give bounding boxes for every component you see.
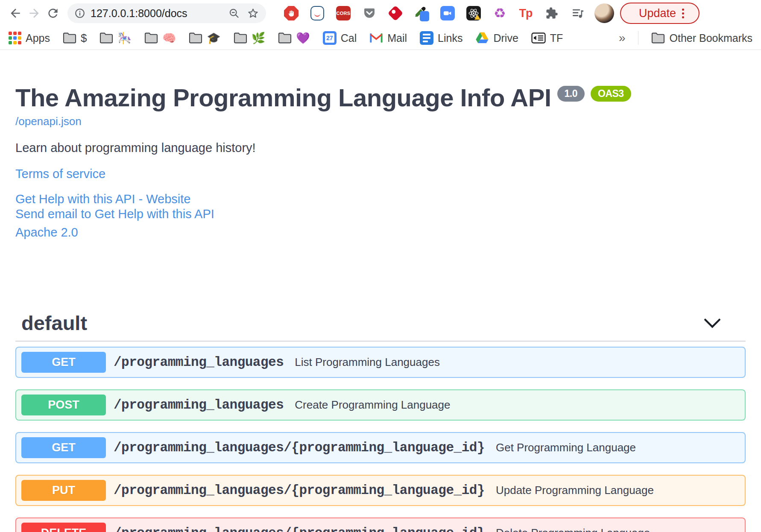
reload-icon	[46, 6, 60, 20]
folder-icon	[63, 32, 76, 44]
endpoint-summary: Update Programming Language	[496, 484, 654, 497]
license-link[interactable]: Apache 2.0	[15, 225, 746, 240]
method-badge: DELETE	[21, 523, 106, 532]
recycle-icon[interactable]: ♻	[492, 5, 508, 21]
api-description: Learn about programming language history…	[15, 141, 746, 155]
page-info-icon[interactable]	[74, 8, 85, 19]
tf-label: TF	[550, 32, 563, 44]
bookmark-drive[interactable]: Drive	[475, 32, 518, 44]
update-label: Update	[639, 7, 676, 20]
gmail-icon	[369, 32, 383, 44]
zoom-out-icon[interactable]	[228, 8, 240, 19]
folder-label: 🎠	[117, 32, 131, 44]
cal-label: Cal	[341, 32, 357, 44]
folder-icon	[234, 32, 247, 44]
endpoint-path: /programming_languages	[114, 398, 284, 412]
endpoint-row[interactable]: GET /programming_languages List Programm…	[15, 347, 746, 378]
folder-icon	[651, 32, 665, 44]
refactor-diamond-icon[interactable]	[387, 5, 404, 21]
puzzle-extensions-icon[interactable]	[544, 5, 560, 21]
adblock-icon[interactable]	[283, 5, 299, 21]
endpoint-summary: Delete Programming Language	[496, 526, 650, 532]
endpoint-row[interactable]: DELETE /programming_languages/{programmi…	[15, 517, 746, 532]
bookmarks-overflow-chevron[interactable]: »	[619, 31, 626, 45]
links-label: Links	[438, 32, 462, 44]
bookmark-folder[interactable]: 🎓	[189, 32, 220, 44]
endpoint-path: /programming_languages/{programming_lang…	[114, 483, 485, 498]
tampermonkey-tp-icon[interactable]: Tp	[518, 5, 534, 21]
endpoint-path: /programming_languages/{programming_lang…	[114, 440, 485, 455]
endpoint-summary: Create Programming Language	[295, 398, 450, 412]
endpoint-path: /programming_languages	[114, 355, 284, 370]
extensions-row: CORS	[283, 5, 586, 21]
endpoint-list: GET /programming_languages List Programm…	[15, 347, 746, 532]
cors-icon[interactable]: CORS	[335, 5, 351, 21]
back-button[interactable]	[6, 4, 25, 23]
endpoint-summary: List Programming Languages	[295, 356, 440, 369]
other-bookmarks-label: Other Bookmarks	[669, 32, 752, 44]
contact-website-link[interactable]: Get Help with this API - Website	[15, 191, 746, 207]
endpoint-row[interactable]: GET /programming_languages/{programming_…	[15, 432, 746, 463]
address-bar[interactable]: 127.0.0.1:8000/docs	[67, 3, 266, 23]
back-arrow-icon	[9, 6, 22, 20]
bookmark-links[interactable]: Links	[420, 31, 462, 45]
api-title: The Amazing Programming Language Info AP…	[15, 84, 746, 111]
zoom-camera-icon[interactable]	[439, 5, 456, 21]
apps-grid-icon	[9, 32, 21, 44]
bookmark-folder[interactable]: 🎠	[100, 32, 131, 44]
contact-email-link[interactable]: Send email to Get Help with this API	[15, 207, 746, 221]
bookmark-tf[interactable]: TF	[531, 32, 563, 44]
bookmark-folder[interactable]: 💜	[278, 32, 310, 44]
method-badge: GET	[21, 437, 106, 458]
color-picker-icon[interactable]	[413, 5, 430, 21]
pocket-icon[interactable]	[361, 5, 378, 21]
bookmark-mail[interactable]: Mail	[369, 32, 407, 44]
forward-button[interactable]	[25, 4, 44, 23]
url-text[interactable]: 127.0.0.1:8000/docs	[91, 7, 187, 20]
forward-arrow-icon	[27, 6, 41, 20]
endpoint-row[interactable]: PUT /programming_languages/{programming_…	[15, 475, 746, 506]
bookmarks-divider	[638, 31, 638, 45]
bookmark-folder[interactable]: 🌿	[234, 32, 265, 44]
swagger-docs-page: The Amazing Programming Language Info AP…	[0, 50, 761, 532]
update-button[interactable]: Update	[620, 3, 700, 24]
profile-avatar[interactable]	[594, 3, 614, 23]
folder-label: 🧠	[162, 32, 176, 44]
endpoint-path: /programming_languages/{programming_lang…	[114, 526, 485, 532]
bookmark-star-icon[interactable]	[247, 7, 259, 20]
other-bookmarks[interactable]: Other Bookmarks	[651, 32, 752, 44]
mail-label: Mail	[387, 32, 407, 44]
folder-label: $	[81, 32, 87, 44]
folder-icon	[100, 32, 113, 44]
tf-card-icon	[531, 32, 546, 44]
calendar-icon: 27	[323, 31, 337, 45]
browser-menu-icon[interactable]	[682, 9, 684, 18]
endpoint-row[interactable]: POST /programming_languages Create Progr…	[15, 389, 746, 421]
apps-shortcut[interactable]: Apps	[9, 32, 50, 44]
playlist-icon[interactable]	[570, 5, 586, 21]
folder-icon	[278, 32, 292, 44]
chat-bubble-icon[interactable]	[309, 5, 325, 21]
openapi-spec-link[interactable]: /openapi.json	[15, 115, 82, 128]
section-header[interactable]: default	[15, 311, 746, 342]
method-badge: GET	[21, 352, 106, 373]
apps-label: Apps	[26, 32, 50, 44]
chevron-down-icon[interactable]	[704, 318, 721, 328]
section-title: default	[21, 311, 87, 335]
method-badge: POST	[21, 395, 106, 415]
bookmark-folder[interactable]: 🧠	[144, 32, 176, 44]
folder-label: 🌿	[252, 32, 265, 44]
folder-icon	[189, 32, 202, 44]
version-badge: 1.0	[557, 86, 585, 102]
bookmark-folder[interactable]: $	[63, 32, 87, 44]
react-devtools-icon[interactable]	[465, 5, 482, 21]
reload-button[interactable]	[44, 4, 62, 23]
bookmark-cal[interactable]: 27 Cal	[323, 31, 357, 45]
endpoint-summary: Get Programming Language	[496, 441, 636, 454]
oas-badge: OAS3	[591, 86, 631, 102]
default-section: default GET /programming_languages List …	[15, 311, 746, 532]
terms-of-service-link[interactable]: Terms of service	[15, 166, 746, 182]
folder-icon	[144, 32, 158, 44]
browser-toolbar: 127.0.0.1:8000/docs CORS	[0, 0, 761, 26]
method-badge: PUT	[21, 480, 106, 501]
